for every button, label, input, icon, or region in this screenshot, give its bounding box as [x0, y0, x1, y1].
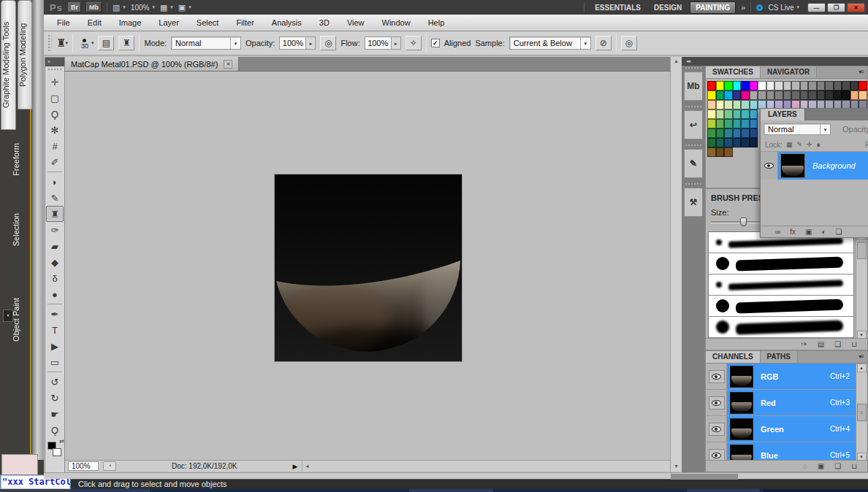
swatch[interactable] [741, 128, 750, 138]
swatch[interactable] [850, 81, 859, 91]
swatch[interactable] [842, 81, 850, 91]
horizontal-scrollbar[interactable]: ◂ [302, 461, 670, 472]
swatch[interactable] [791, 91, 800, 100]
menu-layer[interactable]: Layer [150, 18, 188, 27]
menu-3d[interactable]: 3D [311, 18, 338, 27]
eye-icon[interactable] [764, 163, 774, 169]
opacity-spinner[interactable]: ▸ [306, 36, 316, 50]
swatch[interactable] [724, 91, 733, 100]
tool-pen[interactable]: ✒ [46, 306, 64, 322]
swatch[interactable] [850, 91, 859, 100]
layer-mask-icon[interactable]: ▣ [805, 228, 812, 236]
ribbon-tab-freeform[interactable]: Freeform [12, 143, 20, 176]
lock-position-icon[interactable]: ✛ [807, 141, 812, 148]
swatch[interactable] [741, 138, 750, 147]
swatch[interactable] [716, 81, 725, 91]
current-tool-preset[interactable]: ♜ ▾ [56, 36, 68, 50]
tool-rectangular-marquee[interactable]: ▢ [46, 90, 64, 106]
swatch[interactable] [716, 128, 725, 138]
menu-analysis[interactable]: Analysis [263, 18, 311, 27]
blend-mode-select[interactable]: Normal ▾ [171, 36, 241, 50]
status-bar-menu-arrow[interactable]: ▶ [293, 463, 298, 470]
swatch[interactable] [707, 91, 716, 100]
tab-layers[interactable]: LAYERS [761, 109, 805, 120]
channel-row-red[interactable]: RedCtrl+3 [707, 390, 856, 416]
layer-styles-icon[interactable]: fx [790, 228, 796, 236]
zoom-level-control[interactable]: 100% [131, 4, 150, 12]
load-channel-selection-icon[interactable]: ◌ [803, 462, 807, 470]
tab-channels[interactable]: CHANNELS [706, 351, 761, 363]
tab-paths[interactable]: PATHS [761, 351, 798, 363]
screen-mode-icon[interactable]: ▣ [178, 3, 186, 12]
cs-live-menu[interactable]: CS Live [768, 4, 793, 12]
swatch[interactable] [741, 91, 750, 100]
open-preset-manager-icon[interactable]: ▤ [818, 340, 824, 348]
maximize-button[interactable]: ❐ [827, 3, 845, 12]
brush-preset[interactable] [709, 253, 853, 274]
swatch[interactable] [741, 119, 750, 128]
swatch[interactable] [741, 100, 750, 109]
scroll-thumb[interactable]: ≡ [857, 404, 867, 421]
ribbon-tab-polygon-modeling[interactable]: Polygon Modeling [18, 0, 32, 109]
swatch[interactable] [707, 147, 716, 157]
panel-menu-icon[interactable]: ▾≡ [855, 351, 867, 363]
swatch[interactable] [733, 119, 742, 128]
swatch[interactable] [859, 91, 867, 100]
workspace-essentials[interactable]: ESSENTIALS [590, 2, 646, 13]
swatch[interactable] [825, 91, 834, 100]
new-layer-icon[interactable]: ❏ [835, 228, 842, 236]
swatch[interactable] [716, 119, 725, 128]
swatch[interactable] [716, 147, 725, 157]
swatch[interactable] [707, 128, 716, 138]
menu-view[interactable]: View [338, 18, 373, 27]
swatch[interactable] [825, 81, 834, 91]
arrange-documents-icon[interactable]: ▦ [160, 3, 167, 12]
close-document-icon[interactable]: ✕ [224, 60, 232, 69]
swatch[interactable] [741, 109, 750, 119]
canvas-artwork[interactable] [274, 174, 462, 362]
scroll-thumb[interactable] [857, 242, 867, 259]
swatch[interactable] [783, 91, 792, 100]
swatch[interactable] [842, 91, 850, 100]
swatch[interactable] [724, 81, 733, 91]
brush-preset[interactable] [709, 274, 853, 296]
launch-mini-bridge-button[interactable]: Mb [86, 2, 102, 12]
channel-row-blue[interactable]: BlueCtrl+5 [707, 442, 856, 460]
canvas-area[interactable] [65, 72, 670, 460]
tool-3d-camera-rotate[interactable]: ↻ [46, 390, 64, 406]
swatch[interactable] [859, 81, 867, 91]
tool-eyedropper[interactable]: ✐ [46, 154, 64, 170]
swatch[interactable] [766, 81, 775, 91]
flow-input[interactable]: 100% [365, 36, 392, 50]
airbrush-toggle-button[interactable]: ✧ [406, 36, 422, 50]
swatch[interactable] [724, 109, 733, 119]
panel-menu-icon[interactable]: ▾≡ [855, 66, 867, 78]
swatch[interactable] [783, 81, 792, 91]
lock-all-icon[interactable]: ∎ [817, 141, 821, 148]
brush-preset[interactable] [709, 317, 853, 338]
tool-3d-object-rotate[interactable]: ↺ [46, 374, 64, 390]
ignore-adjustment-layers-button[interactable]: ⊘ [595, 36, 612, 50]
swatch[interactable] [800, 91, 809, 100]
swatch[interactable] [834, 91, 842, 100]
swatch[interactable] [741, 81, 750, 91]
visibility-toggle[interactable] [709, 423, 725, 436]
swatch[interactable] [733, 81, 742, 91]
tab-swatches[interactable]: SWATCHES [706, 66, 761, 78]
swatch[interactable] [724, 138, 733, 147]
swatch[interactable] [733, 109, 742, 119]
channel-list-scrollbar[interactable]: ▲ ≡ ▼ [856, 364, 867, 461]
swatch[interactable] [750, 91, 758, 100]
link-layers-icon[interactable]: ∞ [775, 228, 780, 236]
tool-blur[interactable]: δ [46, 270, 64, 286]
slider-thumb[interactable] [740, 218, 747, 226]
swatch[interactable] [716, 138, 725, 147]
panel-button-tools[interactable]: ⚒ [683, 183, 704, 217]
swatch[interactable] [707, 119, 716, 128]
swatch[interactable] [817, 81, 826, 91]
panel-button-history[interactable]: ↩ [683, 106, 704, 139]
toggle-clone-source-panel-button[interactable]: ♜ [118, 36, 134, 50]
brush-picker[interactable]: 30 ▾ [77, 37, 94, 49]
visibility-toggle[interactable] [709, 449, 725, 461]
minimize-button[interactable]: — [807, 3, 826, 12]
